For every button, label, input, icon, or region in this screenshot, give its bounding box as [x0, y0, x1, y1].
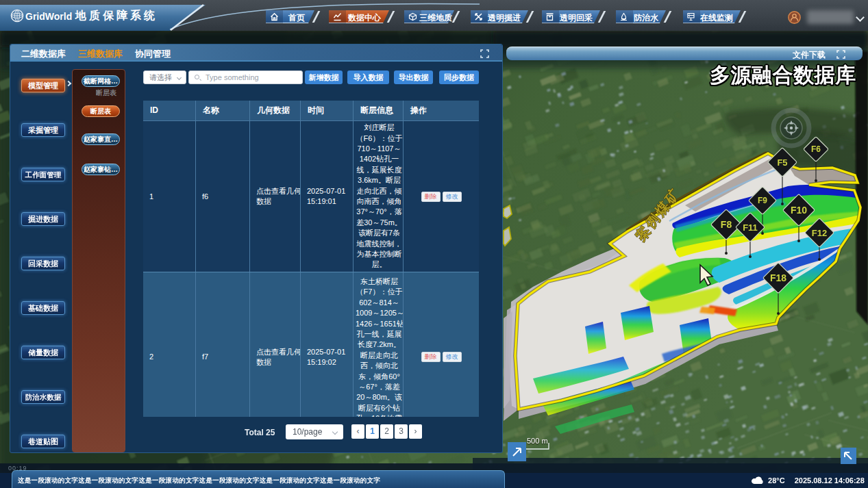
svg-text:F9: F9: [758, 196, 767, 205]
svg-text:F18: F18: [770, 272, 786, 283]
svg-text:F8: F8: [721, 219, 732, 230]
svg-text:F5: F5: [777, 157, 787, 168]
svg-text:F11: F11: [743, 222, 758, 233]
svg-text:F12: F12: [812, 228, 827, 238]
svg-text:F10: F10: [791, 205, 807, 216]
svg-text:F6: F6: [811, 144, 821, 154]
